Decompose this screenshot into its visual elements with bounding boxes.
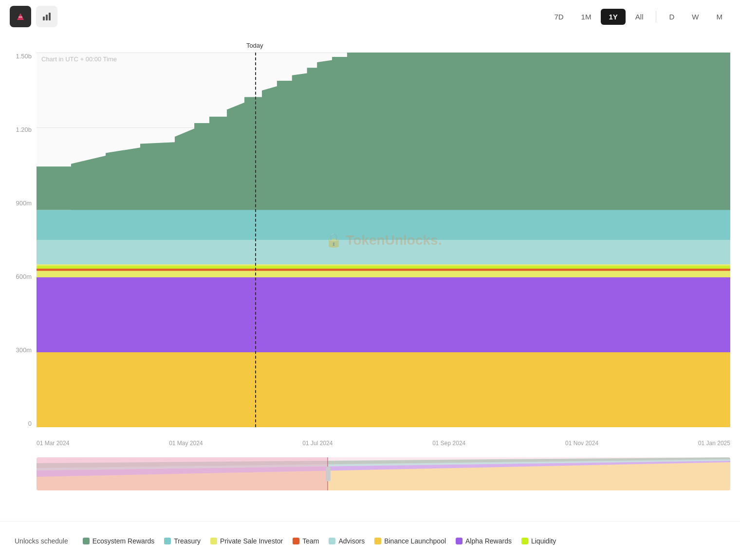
private-sale-label: Private Sale Investor — [220, 537, 283, 545]
logo-icon[interactable] — [10, 6, 31, 27]
ecosystem-dot — [83, 538, 90, 544]
btn-month[interactable]: M — [709, 9, 731, 25]
chart-inner: Chart in UTC + 00:00 Time — [37, 53, 730, 427]
btn-1y[interactable]: 1Y — [601, 9, 625, 25]
logo-area — [10, 6, 57, 27]
legend-liquidity: Liquidity — [521, 537, 556, 545]
liquidity-dot — [521, 538, 528, 544]
alpha-label: Alpha Rewards — [465, 537, 512, 545]
alpha-dot — [456, 538, 462, 544]
advisors-label: Advisors — [338, 537, 365, 545]
chart-svg — [37, 53, 730, 427]
chart-type-button[interactable] — [36, 6, 57, 27]
legend-alpha: Alpha Rewards — [456, 537, 512, 545]
y-label-5: 1.50b — [10, 53, 37, 60]
x-label-5: 01 Jan 2025 — [698, 440, 730, 447]
y-axis: 1.50b 1.20b 900m 600m 300m 0 — [10, 53, 37, 427]
btn-1m[interactable]: 1M — [574, 9, 599, 25]
x-label-1: 01 May 2024 — [169, 440, 203, 447]
legend-team: Team — [293, 537, 319, 545]
y-label-2: 600m — [10, 273, 37, 280]
minimap-container — [37, 457, 730, 490]
minimap-selection[interactable] — [37, 457, 328, 490]
legend-treasury: Treasury — [164, 537, 201, 545]
btn-all[interactable]: All — [628, 9, 651, 25]
chart-container: 1.50b 1.20b 900m 600m 300m 0 Chart in UT… — [0, 33, 740, 495]
legend-binance: Binance Launchpool — [374, 537, 446, 545]
top-bar: 7D 1M 1Y All D W M — [0, 0, 740, 33]
binance-dot — [374, 538, 381, 544]
minimap-handle-left[interactable] — [326, 467, 331, 481]
svg-rect-0 — [18, 17, 22, 18]
legend-private-sale: Private Sale Investor — [210, 537, 283, 545]
x-label-4: 01 Nov 2024 — [565, 440, 598, 447]
team-dot — [293, 538, 299, 544]
y-label-4: 1.20b — [10, 126, 37, 133]
y-label-1: 300m — [10, 346, 37, 354]
btn-day[interactable]: D — [661, 9, 682, 25]
svg-rect-2 — [46, 15, 48, 20]
team-area — [37, 269, 730, 271]
today-label: Today — [246, 42, 263, 49]
y-label-3: 900m — [10, 199, 37, 207]
private-sale-dot — [210, 538, 217, 544]
btn-7d[interactable]: 7D — [546, 9, 571, 25]
advisors-dot — [329, 538, 335, 544]
legend-ecosystem: Ecosystem Rewards — [83, 537, 155, 545]
treasury-label: Treasury — [174, 537, 201, 545]
legend-title: Unlocks schedule — [15, 537, 68, 545]
divider — [656, 11, 656, 22]
liquidity-label: Liquidity — [531, 537, 556, 545]
liquidity-area — [37, 266, 730, 269]
binance-launchpool-area — [37, 352, 730, 427]
legend-advisors: Advisors — [329, 537, 365, 545]
today-line: Today — [255, 53, 256, 427]
time-controls: 7D 1M 1Y All D W M — [546, 9, 730, 25]
legend-bar: Unlocks schedule Ecosystem Rewards Treas… — [0, 521, 740, 560]
treasury-dot — [164, 538, 171, 544]
team-label: Team — [302, 537, 319, 545]
svg-rect-3 — [49, 13, 51, 20]
binance-label: Binance Launchpool — [384, 537, 446, 545]
x-label-3: 01 Sep 2024 — [432, 440, 465, 447]
btn-week[interactable]: W — [684, 9, 706, 25]
alpha-rewards-area — [37, 277, 730, 352]
svg-rect-1 — [43, 17, 45, 20]
x-label-2: 01 Jul 2024 — [302, 440, 333, 447]
y-label-0: 0 — [10, 420, 37, 427]
chart-subtitle: Chart in UTC + 00:00 Time — [41, 55, 117, 63]
x-label-0: 01 Mar 2024 — [37, 440, 69, 447]
ecosystem-label: Ecosystem Rewards — [92, 537, 155, 545]
advisors-area — [37, 240, 730, 264]
x-axis: 01 Mar 2024 01 May 2024 01 Jul 2024 01 S… — [37, 437, 730, 449]
